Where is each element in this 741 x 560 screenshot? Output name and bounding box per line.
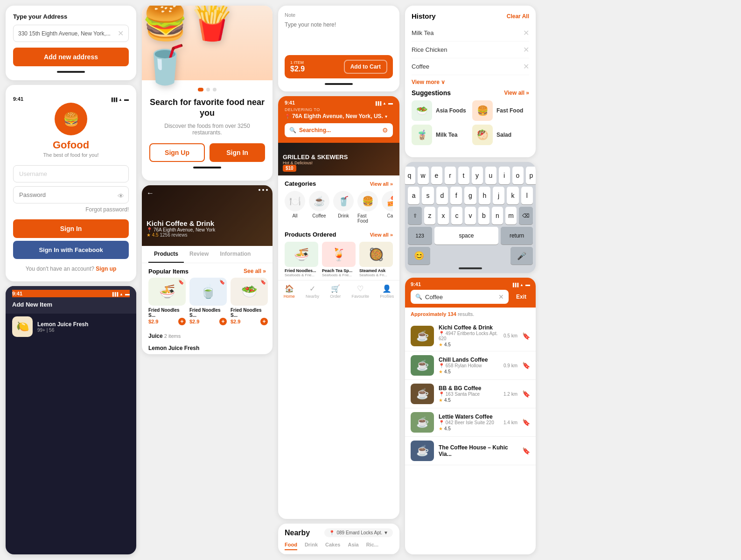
key-g[interactable]: g (464, 187, 476, 204)
key-w[interactable]: w (418, 167, 429, 184)
nearby-dropdown[interactable]: 📍 089 Emard Locks Apt. ▼ (324, 528, 393, 537)
remove-rice-chicken-button[interactable]: ✕ (523, 45, 529, 54)
username-field[interactable]: Username (13, 165, 129, 182)
forgot-password-link[interactable]: Forgot password! (85, 206, 129, 213)
result-item-2[interactable]: ☕ Chill Lands Coffee 📍 658 Rylan Hollow … (405, 351, 536, 380)
clear-all-button[interactable]: Clear All (507, 13, 529, 20)
tab-rice[interactable]: Ric... (366, 542, 378, 550)
bookmark-icon-2[interactable]: 🔖 (219, 280, 225, 285)
bookmark-icon-3[interactable]: 🔖 (260, 280, 266, 285)
sign-up-button[interactable]: Sign Up (149, 143, 205, 162)
filter-icon[interactable]: ⚙ (382, 126, 388, 134)
signup-link[interactable]: Sign up (96, 266, 116, 272)
result-item-1[interactable]: ☕ Kichi Coffee & Drink 📍 4947 Eritberto … (405, 321, 536, 351)
key-d[interactable]: d (436, 187, 448, 204)
nav-home[interactable]: 🏠 Home (284, 284, 295, 299)
bookmark-2[interactable]: 🔖 (522, 362, 530, 369)
tab-cakes[interactable]: Cakes (325, 542, 340, 550)
add-address-button[interactable]: Add new address (13, 48, 129, 66)
note-input[interactable] (285, 21, 393, 49)
tab-information[interactable]: Information (214, 246, 256, 263)
nav-favourite[interactable]: ♡ Favourite (352, 284, 370, 299)
suggestion-milk-tea[interactable]: 🧋 Milk Tea (412, 125, 468, 145)
key-z[interactable]: z (424, 207, 435, 224)
key-i[interactable]: i (499, 167, 510, 184)
tab-asia[interactable]: Asia (348, 542, 358, 550)
cat-fastfood[interactable]: 🍔 Fast Food (357, 191, 378, 224)
menu-icon[interactable] (259, 189, 268, 191)
exit-search-button[interactable]: Exit (512, 292, 530, 302)
key-r[interactable]: r (445, 167, 456, 184)
key-p[interactable]: p (526, 167, 536, 184)
cat-all[interactable]: 🍽️ All (285, 191, 305, 224)
key-f[interactable]: f (450, 187, 462, 204)
products-view-all[interactable]: View all » (370, 232, 393, 238)
key-m[interactable]: m (505, 207, 517, 224)
view-more-link[interactable]: View more ∨ (412, 79, 529, 85)
key-c[interactable]: c (451, 207, 462, 224)
bookmark-3[interactable]: 🔖 (522, 390, 530, 398)
key-b[interactable]: b (478, 207, 489, 224)
bookmark-1[interactable]: 🔖 (522, 332, 530, 340)
tab-review[interactable]: Review (184, 246, 214, 263)
suggestion-fast-food[interactable]: 🍔 Fast Food (472, 100, 529, 121)
result-item-4[interactable]: ☕ Lettie Waters Coffee 📍 042 Beer Isle S… (405, 408, 536, 437)
key-k[interactable]: k (507, 187, 518, 204)
key-delete[interactable]: ⌫ (519, 207, 533, 224)
key-t[interactable]: t (458, 167, 469, 184)
key-123[interactable]: 123 (408, 227, 432, 245)
search-bar-home[interactable]: 🔍 Searching... ⚙ (285, 123, 393, 137)
add-to-cart-button[interactable]: Add to Cart (344, 60, 387, 74)
result-item-5[interactable]: ☕ The Coffee House – Kuhic Via... 🔖 (405, 437, 536, 465)
tab-products[interactable]: Products (148, 246, 184, 263)
remove-milk-tea-button[interactable]: ✕ (523, 28, 529, 37)
tab-food[interactable]: Food (285, 542, 297, 550)
key-return[interactable]: return (501, 227, 533, 245)
key-emoji[interactable]: 😊 (408, 247, 430, 265)
clear-address-icon[interactable]: ✕ (118, 29, 124, 38)
add-button-2[interactable]: + (219, 318, 227, 325)
key-space[interactable]: space (434, 227, 499, 245)
key-e[interactable]: e (431, 167, 442, 184)
key-s[interactable]: s (422, 187, 433, 204)
add-button-3[interactable]: + (260, 318, 268, 325)
bookmark-4[interactable]: 🔖 (522, 419, 530, 426)
key-h[interactable]: h (479, 187, 490, 204)
key-l[interactable]: l (521, 187, 533, 204)
key-shift[interactable]: ⇧ (408, 207, 422, 224)
address-input-row[interactable]: 330 15th Eighth Avenue, New York,... ✕ (13, 25, 129, 42)
suggestion-asia-foods[interactable]: 🥗 Asia Foods (412, 100, 468, 121)
key-a[interactable]: a (408, 187, 419, 204)
nav-nearby[interactable]: ✓ Nearby (306, 284, 319, 299)
back-icon[interactable]: ← (147, 189, 154, 197)
bookmark-icon-1[interactable]: 🔖 (178, 280, 184, 285)
nav-order[interactable]: 🛒 Order (330, 284, 341, 299)
add-button-1[interactable]: + (178, 318, 186, 325)
cat-cake[interactable]: 🍰 Ca... (382, 191, 393, 224)
see-all-link[interactable]: See all » (244, 268, 266, 274)
key-q[interactable]: q (405, 167, 415, 184)
key-x[interactable]: x (438, 207, 449, 224)
key-n[interactable]: n (492, 207, 503, 224)
chevron-down-icon[interactable]: ▾ (385, 114, 387, 119)
cat-drink[interactable]: 🥤 Drink (333, 191, 354, 224)
cat-coffee[interactable]: ☕ Coffee (309, 191, 329, 224)
key-y[interactable]: y (472, 167, 483, 184)
suggestions-view-all[interactable]: View all » (504, 90, 529, 96)
nav-profiles[interactable]: 👤 Profiles (380, 284, 394, 299)
result-item-3[interactable]: ☕ BB & BG Coffee 📍 163 Santa Place ★ 4.5… (405, 380, 536, 408)
bookmark-5[interactable]: 🔖 (522, 447, 530, 455)
categories-view-all[interactable]: View all » (370, 181, 393, 187)
eye-icon[interactable]: 👁 (118, 192, 124, 200)
key-v[interactable]: v (465, 207, 476, 224)
suggestion-salad[interactable]: 🥙 Salad (472, 125, 529, 145)
key-mic[interactable]: 🎤 (510, 247, 533, 265)
sign-in-onboard-button[interactable]: Sign In (210, 143, 265, 162)
password-field[interactable] (13, 186, 129, 203)
remove-coffee-button[interactable]: ✕ (523, 62, 529, 71)
key-o[interactable]: o (512, 167, 524, 184)
key-j[interactable]: j (493, 187, 504, 204)
key-u[interactable]: u (485, 167, 496, 184)
facebook-sign-in-button[interactable]: Sign In with Facebook (13, 241, 129, 259)
search-input-row[interactable]: 🔍 Coffee ✕ (411, 290, 509, 304)
